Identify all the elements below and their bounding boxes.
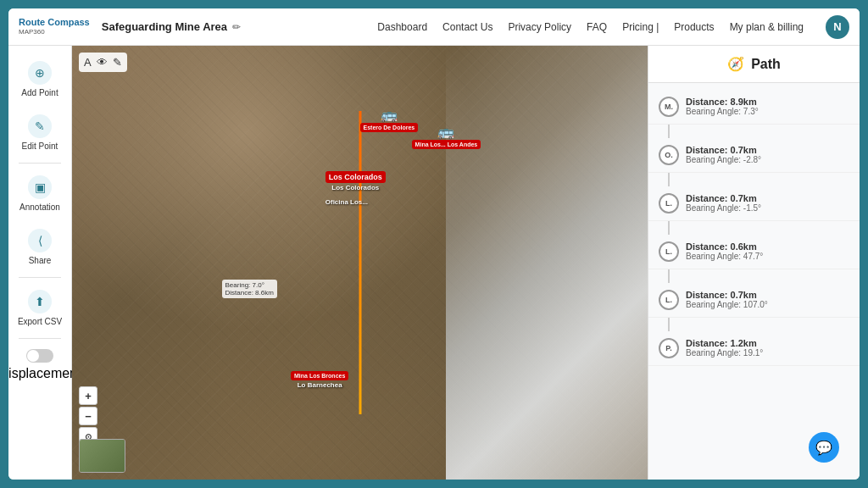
displacement-switch[interactable] [26, 349, 53, 363]
waypoint-4: Oficina Los... [326, 197, 368, 206]
view-tool-button[interactable]: 👁 [97, 56, 108, 69]
nav-faq[interactable]: FAQ [587, 21, 607, 33]
share-label: Share [29, 256, 52, 265]
draw-tool-button[interactable]: ✎ [113, 56, 122, 69]
path-bearing-l3: Bearing Angle: 107.0° [686, 300, 849, 309]
path-node-l3: L. [659, 290, 679, 310]
path-details-l2: Distance: 0.6km Bearing Angle: 47.7° [686, 241, 849, 261]
edit-point-icon: ✎ [28, 114, 52, 138]
path-details-l1: Distance: 0.7km Bearing Angle: -1.5° [686, 193, 849, 213]
path-bearing-l2: Bearing Angle: 47.7° [686, 252, 849, 261]
path-node-l1: L. [659, 193, 679, 214]
path-node-m: M. [659, 97, 679, 117]
path-bearing-l1: Bearing Angle: -1.5° [686, 203, 849, 213]
path-connector-1 [668, 125, 670, 138]
map-toolbar: A 👁 ✎ [79, 53, 127, 72]
waypoint-5: Mina Los Bronces Lo Barnechea [291, 371, 348, 389]
path-distance-o: Distance: 0.7km [686, 145, 849, 155]
panel-header: 🧭 Path [648, 46, 860, 83]
path-item-l1: L. Distance: 0.7km Bearing Angle: -1.5° [648, 186, 860, 221]
nav-privacy[interactable]: Privacy Policy [508, 21, 571, 33]
app-logo: Route CompassMAP360 [19, 17, 90, 36]
add-point-label: Add Point [21, 88, 58, 97]
path-connector-4 [668, 269, 670, 283]
route-line [359, 111, 361, 414]
nav-products[interactable]: Products [674, 21, 714, 33]
minimap-inner [80, 440, 125, 472]
export-label: Export CSV [18, 317, 62, 326]
path-connector-3 [668, 221, 670, 235]
waypoint-3-icon: Los Colorados [326, 171, 386, 183]
project-title: Safeguarding Mine Area [102, 20, 227, 33]
path-distance-l2: Distance: 0.6km [686, 241, 849, 252]
zoom-in-button[interactable]: + [79, 386, 97, 405]
edit-point-label: Edit Point [22, 141, 58, 151]
annotation-button[interactable]: ▣ Annotation [11, 169, 69, 219]
path-distance-l1: Distance: 0.7km [686, 193, 849, 203]
chat-button[interactable]: 💬 [809, 432, 839, 463]
share-button[interactable]: ⟨ Share [11, 222, 69, 272]
add-point-icon: ⊕ [28, 61, 52, 85]
nav-pricing[interactable]: Pricing | [622, 21, 659, 33]
nav-billing[interactable]: My plan & billing [730, 21, 804, 33]
waypoint-3-label: Los Colorados [331, 184, 379, 191]
path-bearing-p: Bearing Angle: 19.1° [686, 348, 849, 358]
waypoint-5-label: Lo Barnechea [298, 381, 342, 389]
user-avatar[interactable]: N [826, 15, 849, 39]
waypoint-5-icon: Mina Los Bronces [291, 371, 348, 380]
panel-title: Path [751, 57, 781, 72]
path-details-m: Distance: 8.9km Bearing Angle: 7.3° [686, 97, 849, 116]
text-tool-button[interactable]: A [84, 56, 92, 69]
map-background: A 👁 ✎ 🚌 Estero De Dolores 🚌 [72, 46, 648, 480]
zoom-out-button[interactable]: − [79, 407, 97, 425]
annotation-label: Annotation [19, 202, 60, 212]
path-item-p: P. Distance: 1.2km Bearing Angle: 19.1° [648, 331, 860, 366]
path-item-m: M. Distance: 8.9km Bearing Angle: 7.3° [648, 90, 860, 125]
path-item-l2: L. Distance: 0.6km Bearing Angle: 47.7° [648, 235, 860, 269]
path-details-l3: Distance: 0.7km Bearing Angle: 107.0° [686, 290, 849, 309]
edit-point-button[interactable]: ✎ Edit Point [11, 108, 69, 158]
path-panel-icon: 🧭 [727, 56, 744, 72]
left-sidebar: ⊕ Add Point ✎ Edit Point ▣ Annotation ⟨ … [8, 46, 72, 480]
inner-container: Route CompassMAP360 Safeguarding Mine Ar… [8, 8, 860, 480]
waypoint-2: 🚌 Mina Los... Los Andes [412, 124, 481, 149]
edit-title-icon[interactable]: ✏ [232, 21, 241, 33]
path-node-l2: L. [659, 241, 679, 262]
sidebar-divider-1 [19, 163, 61, 164]
export-csv-button[interactable]: ⬆ Export CSV [11, 283, 69, 333]
app-header: Route CompassMAP360 Safeguarding Mine Ar… [8, 8, 860, 46]
path-connector-5 [668, 318, 670, 331]
sidebar-divider-3 [19, 338, 61, 339]
sidebar-divider-2 [19, 277, 61, 278]
path-bearing-o: Bearing Angle: -2.8° [686, 155, 849, 164]
path-item-o: O. Distance: 0.7km Bearing Angle: -2.8° [648, 138, 860, 173]
path-node-p: P. [659, 338, 679, 358]
path-distance-l3: Distance: 0.7km [686, 290, 849, 300]
waypoint-1: 🚌 Estero De Dolores [360, 107, 419, 132]
displacement-label: Displacement [8, 366, 81, 381]
waypoint-3: Los Colorados Los Colorados [326, 171, 386, 191]
bearing-label: Bearing: 7.0° Distance: 8.6km [222, 280, 277, 298]
toggle-knob [27, 350, 39, 362]
map-area[interactable]: A 👁 ✎ 🚌 Estero De Dolores 🚌 [72, 46, 648, 480]
path-connector-2 [668, 173, 670, 186]
nav-dashboard[interactable]: Dashboard [377, 21, 427, 33]
map-minimap [79, 439, 125, 473]
path-node-o: O. [659, 145, 679, 165]
path-details-o: Distance: 0.7km Bearing Angle: -2.8° [686, 145, 849, 164]
path-panel: 🧭 Path M. Distance: 8.9km Bearing Angle:… [648, 46, 860, 480]
nav-contact[interactable]: Contact Us [442, 21, 492, 33]
header-nav: Dashboard Contact Us Privacy Policy FAQ … [377, 15, 849, 39]
share-icon: ⟨ [28, 229, 52, 252]
logo-area: Route CompassMAP360 [19, 17, 90, 36]
waypoint-1-icon: Estero De Dolores [360, 123, 419, 132]
annotation-icon: ▣ [28, 175, 52, 199]
path-distance-m: Distance: 8.9km [686, 97, 849, 107]
waypoint-4-label: Oficina Los... [326, 198, 368, 206]
path-list: M. Distance: 8.9km Bearing Angle: 7.3° O… [648, 83, 860, 435]
add-point-button[interactable]: ⊕ Add Point [11, 54, 69, 104]
path-item-l3: L. Distance: 0.7km Bearing Angle: 107.0° [648, 283, 860, 318]
main-area: ⊕ Add Point ✎ Edit Point ▣ Annotation ⟨ … [8, 46, 860, 480]
waypoint-2-icon: Mina Los... Los Andes [412, 140, 481, 149]
path-bearing-m: Bearing Angle: 7.3° [686, 107, 849, 116]
